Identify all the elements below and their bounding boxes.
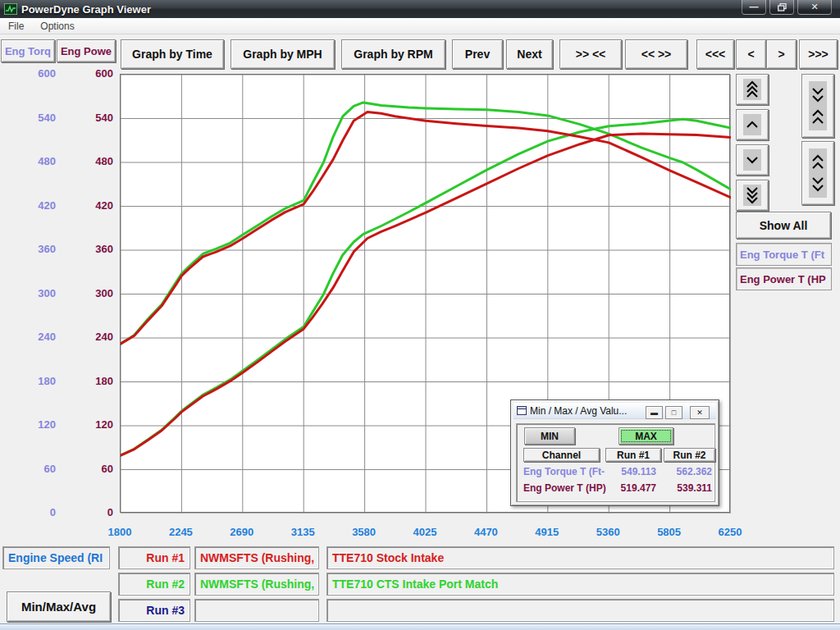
y-zoom-out-button[interactable]: [801, 141, 834, 205]
x-tick-label: 4470: [474, 526, 498, 538]
minmax-row-value: 519.477: [605, 482, 656, 494]
step-right-button[interactable]: >: [766, 39, 797, 69]
chevron-up-icon: [743, 114, 761, 135]
close-icon: ✕: [696, 409, 703, 417]
y-tick-label-torque: 600: [0, 67, 56, 80]
x-axis-channel-label[interactable]: Engine Speed (RI: [2, 546, 110, 569]
minmax-row-value: 539.311: [664, 482, 712, 494]
chevron-down-icon: [743, 149, 761, 171]
run3-description-field[interactable]: [326, 599, 834, 622]
restore-button[interactable]: [769, 0, 794, 15]
x-tick-label: 1800: [108, 526, 132, 538]
y-tick-label-power: 360: [59, 243, 113, 255]
minmax-row-channel: Eng Torque T (Ft-: [523, 466, 605, 477]
min-tab-button[interactable]: MIN: [524, 427, 575, 445]
minmax-restore-button[interactable]: □: [665, 406, 682, 419]
torque-axis-labels: 600540480420360300240180120600: [0, 0, 56, 630]
x-tick-label: 6250: [719, 526, 742, 538]
y-zoom-in-button[interactable]: [801, 74, 834, 138]
run2-label: Run #2: [118, 573, 190, 596]
y-tick-label-power: 120: [59, 418, 113, 431]
restore-icon: [778, 3, 787, 11]
form-icon: [517, 406, 527, 415]
show-all-button[interactable]: Show All: [736, 212, 831, 239]
minmax-row-channel: Eng Power T (HP): [523, 482, 606, 494]
prev-button[interactable]: Prev: [452, 39, 503, 69]
menu-bar: File Options: [0, 18, 840, 34]
y-tick-label-power: 240: [59, 331, 113, 343]
rpm-axis-labels: 1800224526903135358040254470491553605805…: [120, 526, 730, 542]
y-tick-label-power: 420: [59, 199, 113, 212]
column-header-channel[interactable]: Channel: [523, 448, 600, 462]
x-tick-label: 3135: [291, 526, 315, 538]
run1-description-field[interactable]: TTE710 Stock Intake: [326, 546, 834, 569]
y-tick-label-torque: 0: [0, 506, 56, 518]
column-header-run1[interactable]: Run #1: [605, 448, 661, 462]
y-tick-label-power: 540: [59, 112, 113, 124]
zoom-out-x-button[interactable]: << >>: [625, 39, 687, 69]
minmax-row-value: 549.113: [605, 466, 656, 477]
restore-icon: □: [672, 409, 676, 417]
minmax-close-button[interactable]: ✕: [690, 406, 710, 419]
triple-chevron-down-icon: [743, 185, 761, 206]
y-tick-label-power: 0: [59, 506, 113, 518]
x-tick-label: 4025: [413, 526, 437, 538]
minmax-minimize-button[interactable]: ▬: [646, 406, 663, 419]
y-tick-label-torque: 540: [0, 112, 56, 124]
x-tick-label: 4915: [535, 526, 559, 538]
minimize-icon: ▬: [651, 409, 658, 417]
minmax-window-title: Min / Max / Avg Valu...: [530, 405, 627, 417]
run3-file-field[interactable]: [194, 599, 319, 622]
jump-left-button[interactable]: <<<: [696, 39, 734, 69]
x-tick-label: 2690: [230, 526, 253, 538]
graph-by-mph-button[interactable]: Graph by MPH: [231, 39, 335, 69]
collapse-vertical-icon: [809, 81, 827, 130]
window-bottom-edge: [0, 623, 840, 630]
x-tick-label: 3580: [352, 526, 376, 538]
minmax-title-bar[interactable]: Min / Max / Avg Valu... ▬ □ ✕: [514, 403, 716, 419]
minimize-button[interactable]: —: [742, 0, 766, 15]
scroll-down-button[interactable]: [736, 144, 769, 176]
y-tick-label-power: 600: [59, 67, 113, 80]
y-tick-label-torque: 180: [0, 375, 56, 387]
graph-by-rpm-button[interactable]: Graph by RPM: [341, 39, 445, 69]
step-left-button[interactable]: <: [736, 39, 766, 69]
close-icon: ✕: [810, 2, 818, 11]
y-tick-label-power: 480: [59, 155, 113, 167]
scroll-up-button[interactable]: [736, 109, 769, 140]
minmax-window: Min / Max / Avg Valu... ▬ □ ✕ MIN MAX Ch…: [510, 399, 719, 506]
x-tick-label: 5360: [596, 526, 620, 538]
y-tick-label-torque: 480: [0, 155, 56, 167]
y-tick-label-torque: 420: [0, 199, 56, 212]
torque-channel-label[interactable]: Eng Torque T (Ft: [736, 243, 832, 266]
run2-description-field[interactable]: TTE710 CTS Intake Port Match: [326, 573, 834, 596]
y-tick-label-power: 180: [59, 375, 113, 387]
y-tick-label-torque: 360: [0, 243, 56, 255]
zoom-in-x-button[interactable]: >> <<: [559, 39, 622, 69]
x-tick-label: 2245: [169, 526, 193, 538]
run1-file-field[interactable]: NWMSFTS (Rushing,: [194, 546, 319, 569]
y-tick-label-torque: 300: [0, 287, 56, 299]
y-tick-label-torque: 240: [0, 331, 56, 343]
x-tick-label: 5805: [657, 526, 681, 538]
y-tick-label-power: 300: [59, 287, 113, 299]
expand-vertical-icon: [809, 148, 827, 198]
powerdyne-window: PowerDyne Graph Viewer — ✕ File Options …: [0, 0, 840, 630]
jump-right-button[interactable]: >>>: [799, 39, 838, 69]
graph-by-time-button[interactable]: Graph by Time: [121, 39, 224, 69]
close-button[interactable]: ✕: [797, 0, 832, 15]
minmax-avg-button[interactable]: Min/Max/Avg: [7, 591, 111, 622]
power-axis-labels: 600540480420360300240180120600: [59, 0, 113, 630]
max-tab-button[interactable]: MAX: [619, 427, 673, 445]
y-tick-label-power: 60: [59, 463, 113, 475]
triple-chevron-up-icon: [743, 79, 761, 100]
column-header-run2[interactable]: Run #2: [664, 448, 715, 462]
scroll-up-fast-button[interactable]: [736, 74, 769, 105]
power-channel-label[interactable]: Eng Power T (HP: [736, 267, 832, 290]
run2-file-field[interactable]: NWMSFTS (Rushing,: [194, 573, 319, 596]
next-button[interactable]: Next: [506, 39, 553, 69]
scroll-down-fast-button[interactable]: [736, 180, 769, 211]
title-bar: PowerDyne Graph Viewer — ✕: [0, 0, 840, 18]
minimize-icon: —: [750, 2, 759, 11]
minmax-row-value: 562.362: [664, 466, 712, 477]
